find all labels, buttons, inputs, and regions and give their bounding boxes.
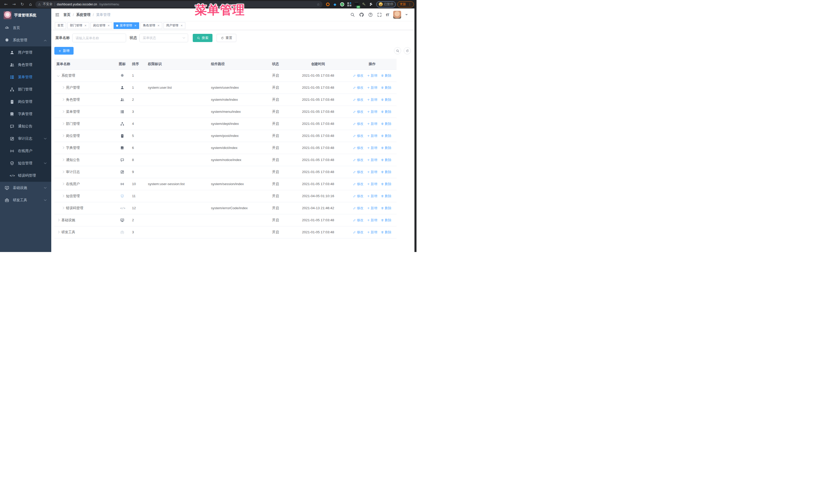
edit-button[interactable]: 修改 — [353, 110, 363, 114]
refresh-table-button[interactable] — [404, 47, 411, 54]
row-add-button[interactable]: +新增 — [367, 86, 377, 90]
row-add-button[interactable]: +新增 — [367, 146, 377, 150]
row-expand-icon[interactable] — [62, 183, 64, 185]
font-size-icon[interactable]: tT — [386, 13, 389, 17]
help-icon[interactable] — [368, 12, 373, 17]
close-icon[interactable]: × — [158, 24, 160, 27]
row-add-button[interactable]: +新增 — [367, 182, 377, 186]
delete-button[interactable]: 删除 — [381, 121, 391, 126]
delete-button[interactable]: 删除 — [381, 230, 391, 235]
sidebar-item-infrastructure[interactable]: 基础设施 — [0, 182, 51, 194]
address-bar[interactable]: ⚠ 不安全 dashboard.yudao.iocoder.cn/system/… — [35, 1, 323, 8]
menu-name-input[interactable] — [72, 33, 126, 42]
close-icon[interactable]: × — [134, 24, 136, 27]
delete-button[interactable]: 删除 — [381, 73, 391, 78]
tab-岗位管理[interactable]: 岗位管理× — [91, 22, 112, 29]
github-icon[interactable] — [359, 12, 364, 17]
row-expand-icon[interactable] — [62, 195, 64, 197]
row-expand-icon[interactable] — [62, 159, 64, 161]
delete-button[interactable]: 删除 — [381, 218, 391, 222]
browser-reload-icon[interactable]: ↻ — [19, 1, 26, 8]
edit-button[interactable]: 修改 — [353, 230, 363, 235]
hamburger-icon[interactable] — [55, 12, 60, 17]
row-expand-icon[interactable] — [62, 123, 64, 125]
reset-button[interactable]: 重置 — [217, 34, 236, 42]
bookmark-star-icon[interactable]: ☆ — [316, 2, 320, 6]
close-icon[interactable]: × — [84, 24, 87, 27]
edit-button[interactable]: 修改 — [353, 182, 363, 186]
delete-button[interactable]: 删除 — [381, 170, 391, 174]
logo-row[interactable]: 芋道管理系统 — [0, 8, 51, 22]
search-button[interactable]: 搜索 — [193, 34, 213, 42]
sidebar-item-sms-management[interactable]: 短信管理 — [0, 157, 51, 169]
row-expand-icon[interactable] — [57, 219, 60, 221]
avatar-caret-icon[interactable] — [405, 14, 408, 17]
extension-ring-icon[interactable] — [326, 2, 330, 7]
sidebar-item-dict-management[interactable]: 字典管理 — [0, 108, 51, 120]
sidebar-item-dev-tools[interactable]: 研发工具 — [0, 194, 51, 207]
extension-check-icon[interactable]: ✓ — [340, 2, 344, 7]
delete-button[interactable]: 删除 — [381, 86, 391, 90]
toggle-search-button[interactable] — [394, 47, 401, 54]
breadcrumb-home[interactable]: 首页 — [63, 13, 70, 17]
sidebar-item-home[interactable]: 首页 — [0, 22, 51, 34]
sidebar-item-role-management[interactable]: 角色管理 — [0, 59, 51, 71]
edit-button[interactable]: 修改 — [353, 134, 363, 138]
sidebar-item-user-management[interactable]: 用户管理 — [0, 46, 51, 59]
extension-stack-icon[interactable]: on — [354, 2, 359, 7]
row-add-button[interactable]: +新增 — [367, 73, 377, 78]
row-expand-icon[interactable] — [62, 111, 64, 113]
sidebar-item-system-management[interactable]: 系统管理 — [0, 34, 51, 46]
close-icon[interactable]: × — [181, 24, 183, 27]
sidebar-item-audit-log[interactable]: 审计日志 — [0, 133, 51, 145]
sidebar-item-error-code-management[interactable]: </>错误码管理 — [0, 169, 51, 182]
row-add-button[interactable]: +新增 — [367, 110, 377, 114]
browser-home-icon[interactable]: ⌂ — [27, 1, 34, 8]
browser-forward-icon[interactable]: → — [11, 1, 18, 8]
status-select[interactable]: 菜单状态 — [139, 33, 188, 42]
row-expand-icon[interactable] — [62, 207, 64, 209]
tab-首页[interactable]: 首页 — [55, 22, 66, 29]
close-icon[interactable]: × — [108, 24, 110, 27]
row-expand-icon[interactable] — [57, 74, 60, 77]
edit-button[interactable]: 修改 — [353, 158, 363, 162]
edit-button[interactable]: 修改 — [353, 206, 363, 211]
sidebar-item-online-users[interactable]: 在线用户 — [0, 145, 51, 157]
user-avatar[interactable] — [393, 11, 401, 19]
delete-button[interactable]: 删除 — [381, 206, 391, 211]
extension-key-icon[interactable] — [361, 2, 366, 7]
row-add-button[interactable]: +新增 — [367, 121, 377, 126]
delete-button[interactable]: 删除 — [381, 134, 391, 138]
tab-菜单管理[interactable]: 菜单管理× — [114, 22, 139, 29]
edit-button[interactable]: 修改 — [353, 86, 363, 90]
row-add-button[interactable]: +新增 — [367, 158, 377, 162]
sidebar-item-menu-management[interactable]: 菜单管理 — [0, 71, 51, 83]
edit-button[interactable]: 修改 — [353, 73, 363, 78]
row-expand-icon[interactable] — [62, 98, 64, 101]
row-expand-icon[interactable] — [57, 231, 60, 233]
edit-button[interactable]: 修改 — [353, 146, 363, 150]
sidebar-item-post-management[interactable]: 岗位管理 — [0, 96, 51, 108]
row-add-button[interactable]: +新增 — [367, 134, 377, 138]
extensions-puzzle-icon[interactable] — [368, 2, 373, 7]
edit-button[interactable]: 修改 — [353, 218, 363, 222]
row-add-button[interactable]: +新增 — [367, 97, 377, 102]
delete-button[interactable]: 删除 — [381, 110, 391, 114]
row-add-button[interactable]: +新增 — [367, 170, 377, 174]
tab-部门管理[interactable]: 部门管理× — [67, 22, 89, 29]
row-expand-icon[interactable] — [62, 147, 64, 149]
profile-paused-chip[interactable]: 已暂停 — [376, 1, 396, 7]
delete-button[interactable]: 删除 — [381, 146, 391, 150]
sidebar-item-dept-management[interactable]: 部门管理 — [0, 83, 51, 96]
delete-button[interactable]: 删除 — [381, 158, 391, 162]
row-add-button[interactable]: +新增 — [367, 218, 377, 222]
page-scrollbar[interactable] — [414, 8, 416, 252]
row-add-button[interactable]: +新增 — [367, 206, 377, 211]
add-button[interactable]: + 新增 — [54, 47, 74, 55]
row-expand-icon[interactable] — [62, 87, 64, 89]
edit-button[interactable]: 修改 — [353, 97, 363, 102]
update-button[interactable]: 更新 ⋮ — [397, 1, 414, 7]
tab-用户管理[interactable]: 用户管理× — [164, 22, 185, 29]
browser-back-icon[interactable]: ← — [3, 1, 9, 8]
edit-button[interactable]: 修改 — [353, 121, 363, 126]
